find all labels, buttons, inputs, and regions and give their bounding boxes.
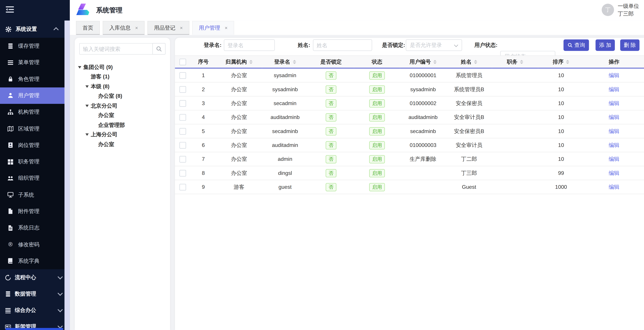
- sidebar-item-cache[interactable]: 缓存管理: [0, 38, 64, 54]
- caret-down-icon[interactable]: [86, 134, 89, 136]
- add-button-label: 添 加: [599, 41, 611, 49]
- sidebar-item-duty[interactable]: 职务管理: [0, 153, 64, 170]
- sidebar-item-post[interactable]: 岗位管理: [0, 137, 64, 153]
- sidebar-item-password[interactable]: ® 修改密码: [0, 236, 64, 253]
- sort-icon[interactable]: [292, 60, 296, 64]
- header-checkbox[interactable]: [180, 58, 186, 65]
- tree-node[interactable]: 游客 (1): [75, 72, 170, 82]
- sidebar-item-users[interactable]: 用户管理: [0, 87, 64, 104]
- cell-order: 10: [538, 82, 584, 96]
- sort-icon[interactable]: [433, 60, 437, 64]
- tree-node[interactable]: 上海分公司: [75, 130, 170, 140]
- tree-node-label: 集团公司 (9): [84, 64, 113, 71]
- tree-node[interactable]: 本级 (8): [75, 82, 170, 91]
- sidebar-vertical-scrollbar[interactable]: [64, 20, 70, 330]
- tree-node[interactable]: 办公室: [75, 140, 170, 149]
- topbar: 系统管理 丁 一级单位 丁三郎: [70, 0, 644, 20]
- sidebar-item-role[interactable]: 角色管理: [0, 71, 64, 87]
- row-checkbox[interactable]: [180, 156, 186, 162]
- cell-login: secadminb: [262, 124, 308, 138]
- edit-link[interactable]: 编辑: [609, 100, 620, 106]
- sidebar-item-office[interactable]: 综合办公: [0, 302, 64, 319]
- database-icon: [7, 43, 14, 49]
- cell-org: 办公室: [216, 166, 262, 180]
- tree-node[interactable]: 集团公司 (9): [75, 62, 170, 72]
- sidebar-submenu: 缓存管理 菜单管理 角色管理 用户管理 机构管理 区域管理: [0, 38, 64, 269]
- cell-order: 99: [538, 166, 584, 180]
- sidebar-item-menu[interactable]: 菜单管理: [0, 54, 64, 71]
- user-menu[interactable]: 丁 一级单位 丁三郎: [602, 2, 639, 17]
- edit-link[interactable]: 编辑: [609, 128, 620, 134]
- sort-icon[interactable]: [566, 60, 569, 64]
- lock-select[interactable]: 是否允许登录: [406, 39, 462, 51]
- chevron-down-icon: [58, 307, 63, 312]
- close-icon[interactable]: ×: [180, 25, 183, 30]
- table-row: 7 办公室 admin 否 启用 生产库删除 丁二郎 10 编辑: [175, 152, 644, 166]
- tab-label: 入库信息: [109, 24, 131, 31]
- edit-link[interactable]: 编辑: [609, 86, 620, 92]
- edit-link[interactable]: 编辑: [609, 184, 620, 190]
- gear-icon: [5, 26, 12, 32]
- delete-button[interactable]: 删 除: [620, 39, 640, 51]
- close-icon[interactable]: ×: [224, 25, 228, 30]
- search-icon[interactable]: [152, 43, 166, 55]
- sidebar-item-syslog[interactable]: 系统日志: [0, 220, 64, 236]
- sort-icon[interactable]: [520, 60, 523, 64]
- row-checkbox[interactable]: [180, 100, 186, 107]
- sort-icon[interactable]: [249, 60, 252, 64]
- row-checkbox[interactable]: [180, 142, 186, 148]
- delete-button-label: 删 除: [624, 41, 636, 49]
- sidebar-item-region[interactable]: 区域管理: [0, 120, 64, 137]
- sidebar-horizontal-scrollbar-thumb[interactable]: [5, 328, 63, 330]
- search-input[interactable]: [79, 43, 152, 55]
- sidebar-item-organization[interactable]: 组织管理: [0, 170, 64, 187]
- table-row: 1 办公室 sysadmin 否 启用 010000001 系统管理员 10 编…: [175, 68, 644, 82]
- tree-node[interactable]: 办公室: [75, 111, 170, 120]
- cell-org: 办公室: [216, 110, 262, 124]
- tree-node[interactable]: 北京分公司: [75, 101, 170, 111]
- tab-inbound-info[interactable]: 入库信息 ×: [103, 21, 144, 35]
- org-name: 一级单位: [618, 2, 639, 10]
- caret-down-icon[interactable]: [78, 66, 82, 68]
- col-locked: 是否锁定: [308, 55, 354, 68]
- sort-icon[interactable]: [474, 60, 477, 64]
- login-input[interactable]: [224, 39, 275, 51]
- sidebar-item-label: 系统字典: [18, 257, 40, 265]
- row-checkbox[interactable]: [180, 170, 186, 176]
- sidebar-group-system-settings[interactable]: 系统设置: [0, 20, 64, 38]
- tree-node-label: 办公室: [98, 112, 114, 119]
- row-checkbox[interactable]: [180, 128, 186, 135]
- tab-user-management[interactable]: 用户管理 ×: [192, 21, 234, 35]
- name-input[interactable]: [313, 39, 372, 51]
- row-checkbox[interactable]: [180, 72, 186, 79]
- sidebar-item-attachment[interactable]: 附件管理: [0, 203, 64, 220]
- edit-link[interactable]: 编辑: [609, 72, 620, 78]
- row-checkbox[interactable]: [180, 114, 186, 120]
- chevron-down-icon: [58, 274, 63, 280]
- menu-fold-icon[interactable]: [5, 5, 14, 14]
- tree-node[interactable]: 办公室 (8): [75, 91, 170, 101]
- caret-down-icon[interactable]: [86, 105, 89, 107]
- sidebar-item-dictionary[interactable]: 系统字典: [0, 253, 64, 269]
- add-button[interactable]: 添 加: [596, 39, 615, 51]
- tree-node[interactable]: 企业管理部: [75, 120, 170, 130]
- edit-link[interactable]: 编辑: [609, 142, 620, 148]
- row-checkbox[interactable]: [180, 86, 186, 93]
- close-icon[interactable]: ×: [135, 25, 138, 30]
- row-checkbox[interactable]: [180, 184, 186, 190]
- tree-node-label: 办公室: [98, 141, 114, 148]
- cell-order: 10: [538, 96, 584, 110]
- caret-down-icon[interactable]: [86, 85, 89, 88]
- sidebar-item-process-center[interactable]: 流程中心: [0, 269, 64, 286]
- sidebar-item-subsystem[interactable]: 子系统: [0, 187, 64, 203]
- sidebar-item-org[interactable]: 机构管理: [0, 104, 64, 120]
- edit-link[interactable]: 编辑: [609, 170, 620, 176]
- locked-badge: 否: [326, 71, 336, 79]
- tab-home[interactable]: 首页: [76, 21, 100, 35]
- tab-supplies-register[interactable]: 用品登记 ×: [148, 21, 189, 35]
- cell-user-no: 010000001: [400, 68, 446, 82]
- edit-link[interactable]: 编辑: [609, 156, 620, 162]
- edit-link[interactable]: 编辑: [609, 114, 620, 120]
- sidebar-item-data-management[interactable]: 数据管理: [0, 286, 64, 302]
- query-button[interactable]: 查询: [564, 39, 589, 51]
